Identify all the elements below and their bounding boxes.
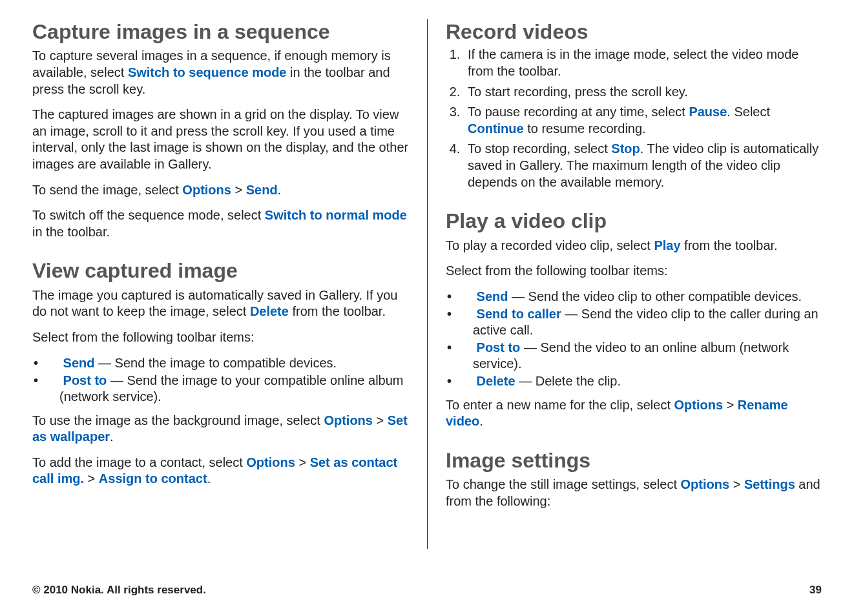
ui-label-switch-sequence: Switch to sequence mode [128,65,287,79]
list-item: To stop recording, select Stop. The vide… [464,141,822,190]
ui-label-pause: Pause [689,105,727,119]
text: To stop recording, select [468,141,611,156]
record-steps: If the camera is in the image mode, sele… [446,46,822,190]
paragraph: To change the still image settings, sele… [446,477,822,509]
heading-play-clip: Play a video clip [446,209,822,233]
text: To add the image to a contact, select [32,455,246,469]
text: To use the image as the background image… [32,413,324,427]
page-number: 39 [809,584,822,597]
list-item: Send — Send the image to compatible devi… [47,355,409,371]
separator-gt: > [729,477,744,491]
ui-label-send-to-caller: Send to caller [477,307,561,321]
paragraph: To enter a new name for the clip, select… [446,397,822,430]
ui-label-delete: Delete [477,374,516,388]
text: — Send the video clip to other compatibl… [508,289,802,303]
paragraph: Select from the following toolbar items: [446,263,822,280]
list-item: If the camera is in the image mode, sele… [464,46,822,79]
ui-label-settings: Settings [744,477,795,491]
ui-label-options: Options [681,477,730,491]
paragraph: To add the image to a contact, select Op… [32,455,409,488]
ui-label-send: Send [246,183,278,197]
text: — Send the video to an online album (net… [473,340,789,371]
ui-label-options: Options [182,183,231,197]
text: To switch off the sequence mode, select [32,208,265,222]
list-item: Post to — Send the image to your compati… [47,373,409,405]
heading-image-settings: Image settings [446,448,822,473]
list-item: Send to caller — Send the video clip to … [460,306,822,338]
heading-capture-sequence: Capture images in a sequence [32,19,409,44]
paragraph: Select from the following toolbar items: [32,329,409,346]
list-item: Delete — Delete the clip. [460,373,822,389]
text: To enter a new name for the clip, select [446,398,674,412]
paragraph: To switch off the sequence mode, select … [32,207,409,240]
paragraph: To play a recorded video clip, select Pl… [446,238,822,254]
separator-gt: > [84,471,99,486]
ui-label-continue: Continue [468,121,524,136]
text: from the toolbar. [681,238,778,252]
text: — Send the image to your compatible onli… [59,373,404,404]
text: . Select [727,105,770,119]
paragraph: To capture several images in a sequence,… [32,48,409,98]
ui-label-options: Options [246,455,295,469]
page: Capture images in a sequence To capture … [0,0,854,616]
toolbar-list: Send — Send the image to compatible devi… [32,355,409,405]
paragraph: To send the image, select Options > Send… [32,182,409,199]
paragraph: The image you captured is automatically … [32,287,409,320]
list-item: Post to — Send the video to an online al… [460,340,822,372]
right-column: Record videos If the camera is in the im… [427,19,822,549]
text: To play a recorded video clip, select [446,238,654,252]
text: to resume recording. [524,121,646,136]
toolbar-list: Send — Send the video clip to other comp… [446,289,822,389]
text: — Delete the clip. [516,374,621,388]
page-footer: © 2010 Nokia. All rights reserved. 39 [32,584,822,597]
text: . [479,414,483,428]
ui-label-post-to: Post to [63,373,107,387]
separator-gt: > [231,183,246,197]
text: . [278,183,282,197]
paragraph: To use the image as the background image… [32,413,409,446]
ui-label-stop: Stop [611,141,640,156]
copyright: © 2010 Nokia. All rights reserved. [32,584,206,597]
list-item: To start recording, press the scroll key… [464,84,822,101]
ui-label-play: Play [654,238,680,252]
separator-gt: > [723,398,738,412]
list-item: To pause recording at any time, select P… [464,104,822,137]
ui-label-options: Options [674,398,724,412]
ui-label-send: Send [477,289,508,303]
text: from the toolbar. [289,304,386,318]
text: To pause recording at any time, select [468,105,689,119]
separator-gt: > [373,413,388,427]
ui-label-post-to: Post to [477,340,521,354]
separator-gt: > [295,455,310,469]
left-column: Capture images in a sequence To capture … [32,19,427,549]
two-column-layout: Capture images in a sequence To capture … [32,19,822,549]
text: . [110,429,114,444]
heading-view-captured: View captured image [32,258,409,283]
paragraph: The captured images are shown in a grid … [32,107,409,172]
text: To change the still image settings, sele… [446,477,681,491]
ui-label-switch-normal: Switch to normal mode [265,208,407,222]
text: To send the image, select [32,183,182,197]
text: — Send the image to compatible devices. [94,356,337,370]
ui-label-send: Send [63,356,95,370]
list-item: Send — Send the video clip to other comp… [460,289,822,305]
text: . [207,471,211,486]
ui-label-options: Options [324,413,373,427]
heading-record-videos: Record videos [446,19,822,44]
ui-label-assign-contact: Assign to contact [99,471,207,486]
text: in the toolbar. [32,225,110,239]
ui-label-delete: Delete [250,304,289,318]
